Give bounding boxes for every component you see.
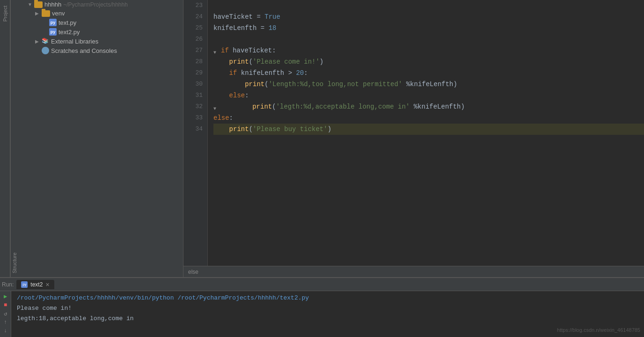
code-line-31: else : — [213, 90, 644, 101]
token: haveTicket — [213, 11, 253, 22]
project-tab[interactable]: Project — [1, 2, 9, 25]
run-stop-button[interactable]: ■ — [1, 302, 10, 308]
run-toolbar: ▶ ■ ↺ ↑ ↓ ⚙ — [0, 291, 11, 337]
sidebar-item-venv[interactable]: venv — [18, 9, 183, 18]
token: 20 — [292, 67, 304, 79]
token: if — [229, 67, 237, 79]
token: > — [288, 67, 292, 79]
run-scroll-up[interactable]: ↑ — [1, 319, 10, 326]
fold-arrow-32[interactable]: ▼ — [213, 103, 220, 110]
scratches-label: Scratches and Consoles — [51, 47, 117, 54]
run-output-cmd-line: /root/PycharmProjects/hhhhh/venv/bin/pyt… — [17, 293, 638, 303]
run-scroll-down[interactable]: ↓ — [1, 328, 10, 334]
token — [213, 79, 245, 90]
run-tabs-bar: Run: py text2 × — [0, 278, 644, 291]
token: ( — [264, 79, 268, 90]
csdn-link: https://blog.csdn.n/weixin_46148785 — [557, 325, 640, 335]
left-vertical-tabs: Project — [0, 0, 10, 277]
token: ( — [249, 56, 253, 67]
line-num-34: 34 — [183, 124, 203, 135]
code-line-26 — [213, 34, 644, 45]
text-py-label: text.py — [59, 19, 76, 26]
sidebar-item-text2-py[interactable]: py text2.py — [18, 27, 183, 37]
run-tab-close[interactable]: × — [45, 281, 49, 288]
code-line-28: print ( 'Please come in!' ) — [213, 56, 644, 67]
token: : — [304, 67, 307, 79]
sidebar-item-external-libraries[interactable]: 📚 External Libraries — [18, 37, 183, 46]
venv-label: venv — [52, 10, 65, 17]
run-tab-text2[interactable]: py text2 × — [16, 280, 54, 289]
sidebar-item-text-py[interactable]: py text.py — [18, 18, 183, 27]
sidebar-item-scratches[interactable]: Scratches and Consoles — [18, 46, 183, 55]
token: if — [221, 45, 229, 56]
breadcrumb-bar: else — [183, 266, 644, 277]
ext-lib-icon: 📚 — [42, 37, 49, 45]
py-file-icon-2: py — [49, 28, 57, 36]
line-num-33: 33 — [183, 112, 203, 124]
token: ) — [328, 124, 331, 135]
token: else — [229, 90, 245, 101]
line-num-26: 26 — [183, 34, 203, 45]
code-editor[interactable]: haveTicket = True knifeLenfth = 18 ▼ if — [208, 0, 644, 266]
token: knifeLenfth — [213, 22, 256, 34]
token — [213, 56, 229, 67]
token: else — [213, 112, 229, 124]
code-line-30: print ( 'Length:%d,too long,not permitte… — [213, 79, 644, 90]
breadcrumb-text: else — [188, 269, 198, 275]
token: %knifeLenfth) — [402, 79, 457, 90]
scratches-icon — [42, 47, 49, 54]
line-num-27: 27 — [183, 45, 203, 56]
token: haveTicket: — [229, 45, 276, 56]
line-numbers: 23 24 25 26 27 28 29 30 31 32 33 34 — [183, 0, 208, 266]
run-output-line-1: Please come in! — [17, 303, 638, 314]
structure-label[interactable]: Structure — [10, 0, 18, 277]
token: ( — [249, 124, 253, 135]
line-num-28: 28 — [183, 56, 203, 67]
code-line-27: ▼ if haveTicket: — [213, 45, 644, 56]
ext-expand-arrow — [35, 39, 42, 44]
token: knifeLenfth — [237, 67, 288, 79]
code-line-33: else : — [213, 112, 644, 124]
sidebar: Structure hhhhh ~/PycharmProjects/hhhhh … — [10, 0, 183, 277]
token: 'Please buy ticket' — [253, 124, 328, 135]
token: 18 — [269, 22, 277, 34]
token: = — [253, 11, 264, 22]
token: : — [229, 112, 233, 124]
token: print — [229, 56, 249, 67]
code-line-34: print ( 'Please buy ticket' ) — [213, 124, 644, 135]
code-line-24: haveTicket = True — [213, 11, 644, 22]
project-name: hhhhh — [44, 1, 61, 8]
token — [213, 67, 229, 79]
sidebar-item-hhhhh[interactable]: hhhhh ~/PycharmProjects/hhhhh — [18, 0, 183, 9]
folder-icon — [34, 1, 43, 8]
bottom-panel: Run: py text2 × ▶ ■ ↺ ↑ ↓ ⚙ /root/Pychar… — [0, 277, 644, 337]
expand-arrow — [28, 2, 34, 7]
token: ( — [272, 101, 276, 112]
token: 'Please come in!' — [253, 56, 320, 67]
token: print — [245, 79, 264, 90]
run-rerun-button[interactable]: ↺ — [1, 310, 10, 317]
token — [213, 90, 229, 101]
run-output: /root/PycharmProjects/hhhhh/venv/bin/pyt… — [11, 291, 644, 337]
token — [221, 101, 252, 112]
token: : — [245, 90, 249, 101]
text2-py-label: text2.py — [59, 29, 80, 36]
token: ) — [320, 56, 323, 67]
fold-arrow-27[interactable]: ▼ — [213, 47, 220, 54]
code-line-23 — [213, 0, 644, 11]
token: = — [256, 22, 268, 34]
token: print — [252, 101, 272, 112]
token: 'legth:%d,acceptable long,come in' — [276, 101, 410, 112]
token: 'Length:%d,too long,not permitted' — [269, 79, 402, 90]
code-line-29: if knifeLenfth > 20 : — [213, 67, 644, 79]
project-path: ~/PycharmProjects/hhhhh — [63, 1, 128, 8]
code-content: 23 24 25 26 27 28 29 30 31 32 33 34 have… — [183, 0, 644, 266]
token — [213, 124, 229, 135]
token: %knifeLenfth) — [410, 101, 465, 112]
run-output-line-2: legth:18,acceptable long,come in — [17, 314, 638, 324]
line-num-23: 23 — [183, 0, 203, 11]
run-play-button[interactable]: ▶ — [1, 293, 10, 300]
token: print — [229, 124, 249, 135]
venv-folder-icon — [42, 10, 50, 17]
code-line-25: knifeLenfth = 18 — [213, 22, 644, 34]
